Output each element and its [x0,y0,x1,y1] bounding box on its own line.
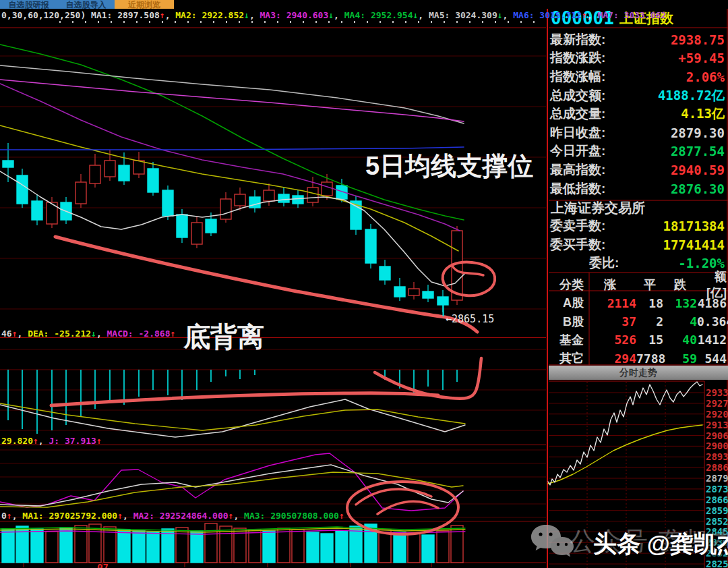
row-value: 2114 [584,296,636,310]
candle-body[interactable] [220,199,231,219]
quote-row: 今日开盘:2877.54 [549,142,728,161]
quote-row: 指数涨跌:+59.45 [549,49,728,68]
candle-body[interactable] [408,289,419,295]
ma-value: MA2: 2922.852 [175,10,244,20]
axis-label: 2859 [706,505,728,516]
candle-body[interactable] [148,169,158,192]
candle-body[interactable] [133,161,144,174]
candle-body[interactable] [293,196,303,204]
ma-value: ↓ [328,10,334,20]
quote-label: 总成交额: [550,87,605,105]
ma-value: ↓ [497,10,503,20]
vol-ma-value: ↑ [117,511,123,521]
quote-value: 2940.59 [671,163,725,177]
table-header: 分类 [549,277,584,293]
volume-panel [0,523,465,563]
candle-body[interactable] [206,219,216,233]
tab-1[interactable]: 自选股研报 [0,0,57,9]
quote-value: 2876.30 [671,181,725,196]
volume-bar [249,530,261,563]
quote-label: 最低指数: [550,180,605,198]
volume-bar [307,532,319,563]
kdj-value: ↑ [33,436,38,446]
quote-row: 总成交量:4.13亿 [549,105,728,123]
volume-bar [408,534,420,563]
vol-ma-value: 0 [1,511,7,521]
exchange-row: 委卖手数:18171384 [549,217,728,235]
candle-body[interactable] [17,175,28,204]
ma-value: MA3: 2940.603 [260,10,329,20]
market-breadth-table: 分类涨平跌额[亿]A股2114181324186B股37240.364基金526… [549,275,728,368]
candle-body[interactable] [365,229,376,263]
axis-label: 2893 [706,451,728,462]
ma-value: MA5: 3024.309 [429,10,497,20]
candle-body[interactable] [423,291,433,298]
kdj-value: , [38,436,49,446]
candle-body[interactable] [235,194,245,206]
quote-value: 2.06% [686,69,725,84]
candle-body[interactable] [75,182,86,204]
candle-body[interactable] [162,190,173,216]
table-header: 跌 [663,277,697,293]
candle-body[interactable] [3,161,13,167]
axis-label: 2825 [706,559,728,568]
axis-label: 2933 [706,387,728,398]
tick-markers [59,21,535,23]
row-value: 4186 [697,296,727,310]
row-value: 15 [636,333,663,347]
volume-bar [118,530,130,563]
candle-body[interactable] [191,223,202,244]
candle-body[interactable] [278,194,289,202]
row-value: 37 [584,314,636,329]
volume-bar [46,532,58,563]
axis-label: 2866 [706,494,728,505]
row-value: 59 [663,351,697,366]
kdj-value: J: 37.913 [49,436,96,446]
row-value: 7788 [636,351,663,366]
candle-body[interactable] [177,215,187,237]
macd-value: ↑ [170,329,175,339]
macd-value: MACD: -2.868 [107,329,171,339]
exchange-title: 上海证券交易所 [549,198,728,217]
volume-bar [133,531,145,563]
ma-value: , [165,10,176,20]
ma-value: ↓ [244,10,249,20]
axis-label: 2886 [706,462,728,473]
row-value: 526 [584,333,636,347]
candle-body[interactable] [90,165,100,183]
volume-bar [292,530,304,563]
candle-body[interactable] [394,287,405,297]
volume-bar [422,535,434,563]
candle-body[interactable] [380,266,390,280]
kline-ma-header: 0,30,60,120,250) MA1: 2897.508↑, MA2: 29… [1,10,666,20]
volume-bar [2,529,14,563]
candle-body[interactable] [32,201,42,220]
candle-body[interactable] [322,182,332,196]
volume-bar [191,531,203,563]
row-name: A股 [549,295,584,311]
candle-body[interactable] [119,165,129,181]
candle-body[interactable] [264,190,274,201]
pen-kdj_inner2 [377,501,438,514]
candle-body[interactable] [249,197,260,208]
ma-value: ↑ [582,10,587,20]
tab-2[interactable]: 自选股导入 [57,0,115,9]
macd-value: DEA: -25.212 [28,329,91,339]
volume-bar [394,532,406,563]
axis-label: 2920 [706,409,728,420]
candle-body[interactable] [104,161,115,177]
table-header: 平 [636,277,663,293]
intraday-chart-title[interactable]: 分时走势 [549,366,728,380]
row-value: 294 [584,351,636,366]
candle-body[interactable] [307,188,318,202]
tab-3[interactable]: 近期浏览 [115,0,174,9]
ma-value: , [418,10,429,20]
volume-header: 0↑, MA1: 297025792.000↑, MA2: 292524864.… [1,511,344,521]
quote-row: 最新指数:2938.75 [549,30,728,49]
exchange-rows: 委卖手数:18171384委买手数:17741414委比:-1.20% [549,217,728,273]
quote-row: 最高指数:2940.59 [549,161,728,179]
axis-label: 2927 [706,398,728,409]
volume-bar [31,529,43,563]
pen-macd_line [51,393,438,405]
axis-label: 2879 [706,473,728,484]
